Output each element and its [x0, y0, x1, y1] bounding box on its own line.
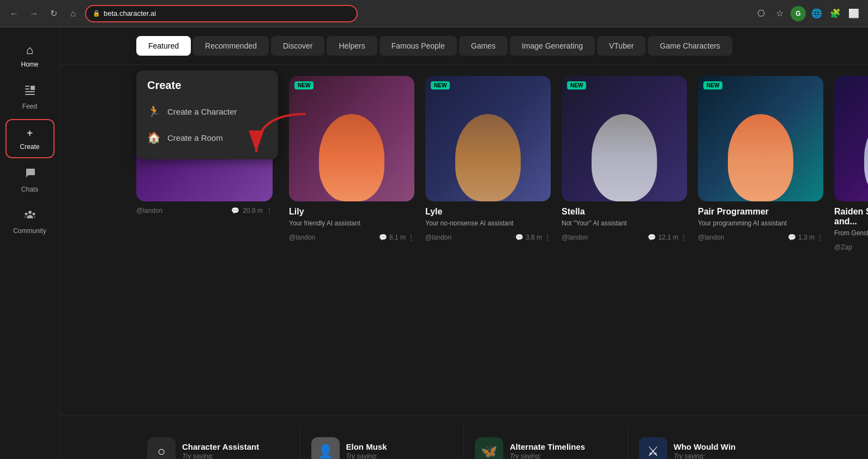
home-button[interactable]: ⌂: [65, 6, 81, 21]
reload-button[interactable]: ↻: [46, 6, 61, 21]
character-card-pair[interactable]: NEW Pair Programmer Your programming AI …: [698, 76, 823, 251]
new-badge: NEW: [431, 81, 450, 90]
sidebar-item-chats[interactable]: Chats: [5, 160, 55, 200]
avatar-raiden: [834, 76, 868, 201]
sidebar-item-feed[interactable]: Feed: [5, 78, 55, 117]
extensions-button[interactable]: 🧩: [828, 6, 843, 21]
create-character-option[interactable]: 🏃 Create a Character: [136, 98, 278, 124]
sidebar: ⌂ Home Feed + Create: [0, 27, 60, 459]
sidebar-label-home: Home: [21, 61, 38, 68]
char-cards-container: NEW Lily Your friendly AI assistant @lan…: [289, 76, 868, 251]
character-card-lily[interactable]: NEW Lily Your friendly AI assistant @lan…: [289, 76, 414, 251]
face-lily: [319, 114, 384, 201]
tab-featured[interactable]: Featured: [136, 36, 191, 56]
suggestion-avatar-elon-musk: 👤: [311, 437, 340, 459]
suggestion-card-elon-musk[interactable]: 👤 Elon Musk Try saying: "If you could go…: [300, 426, 465, 459]
new-badge: NEW: [294, 81, 314, 90]
face-lyle: [455, 114, 521, 201]
create-room-label: Create a Room: [167, 133, 223, 142]
suggestion-card-char-assistant[interactable]: ○ Character Assistant Try saying: "What …: [136, 426, 300, 459]
char-author-pair: @landon: [698, 234, 724, 241]
create-icon: +: [27, 127, 33, 140]
chat-num-pair: 1.3 m: [798, 234, 815, 241]
back-button[interactable]: ←: [7, 6, 22, 21]
char-desc-raiden: From Genshin Impact: [834, 229, 868, 238]
suggestions-section: ○ Character Assistant Try saying: "What …: [60, 415, 868, 459]
suggestion-title-elon-musk: Elon Musk: [346, 442, 387, 451]
character-card-raiden[interactable]: Raiden Shogun and... From Genshin Impact…: [834, 76, 868, 251]
address-bar[interactable]: 🔒 beta.character.ai: [85, 5, 358, 22]
char-desc-stella: Not "Your" AI assistant: [562, 219, 687, 228]
face-stella: [592, 114, 657, 201]
char-meta-lyle: @landon 💬 3.8 m ⋮: [425, 234, 551, 241]
window-button[interactable]: ⬜: [846, 6, 861, 21]
tab-games[interactable]: Games: [459, 36, 508, 56]
sidebar-item-create[interactable]: + Create: [5, 119, 55, 158]
svg-point-6: [25, 213, 27, 216]
create-character-icon: 🏃: [147, 105, 161, 118]
forward-button[interactable]: →: [26, 6, 41, 21]
tab-image-gen[interactable]: Image Generating: [510, 36, 595, 56]
chat-count-stella: 💬 12.1 m ⋮: [648, 234, 687, 241]
suggestion-subtitle-alt-timelines: Try saying:: [510, 452, 585, 459]
chat-num-stella: 12.1 m: [658, 234, 678, 241]
create-room-option[interactable]: 🏠 Create a Room: [136, 124, 278, 151]
lily-partial-more[interactable]: ⋮: [266, 207, 273, 214]
suggestion-title-wrap-who-would-win: Who Would Win Try saying:: [674, 442, 736, 459]
bookmark-button[interactable]: ☆: [772, 6, 787, 21]
sidebar-item-home[interactable]: ⌂ Home: [5, 36, 55, 75]
create-dropdown: Create 🏃 Create a Character 🏠 Create a R…: [136, 70, 278, 159]
avatar-lily: NEW: [289, 76, 414, 201]
suggestion-subtitle-elon-musk: Try saying:: [346, 452, 387, 459]
char-author-text-lily: @landon: [289, 234, 315, 241]
char-author-text-stella: @landon: [562, 234, 588, 241]
tab-helpers[interactable]: Helpers: [327, 36, 377, 56]
tab-game-chars[interactable]: Game Characters: [648, 36, 732, 56]
suggestion-subtitle-char-assistant: Try saying:: [182, 452, 259, 459]
avatar-lyle: NEW: [425, 76, 551, 201]
new-badge: NEW: [567, 81, 586, 90]
sidebar-label-community: Community: [13, 227, 46, 235]
globe-button[interactable]: 🌐: [809, 6, 824, 21]
character-card-stella[interactable]: NEW Stella Not "Your" AI assistant @land…: [562, 76, 687, 251]
tab-vtuber[interactable]: VTuber: [597, 36, 646, 56]
sidebar-item-community[interactable]: Community: [5, 202, 55, 241]
more-btn-pair[interactable]: ⋮: [817, 234, 823, 241]
character-card-lyle[interactable]: NEW Lyle Your no-nonsense AI assistant @…: [425, 76, 551, 251]
sidebar-label-feed: Feed: [22, 103, 37, 110]
tab-recommended[interactable]: Recommended: [193, 36, 269, 56]
browser-chrome: ← → ↻ ⌂ 🔒 beta.character.ai ⎔ ☆ G 🌐 🧩 ⬜: [0, 0, 868, 27]
browser-actions: ⎔ ☆ G 🌐 🧩 ⬜: [754, 6, 861, 21]
share-button[interactable]: ⎔: [754, 6, 769, 21]
chat-icon-lyle: 💬: [515, 234, 523, 241]
sidebar-label-chats: Chats: [21, 186, 38, 193]
chat-icon-stella: 💬: [648, 234, 656, 241]
svg-rect-2: [31, 86, 35, 90]
chat-num-lily: 8.1 m: [389, 234, 406, 241]
suggestion-title-wrap-char-assistant: Character Assistant Try saying:: [182, 442, 259, 459]
chats-icon: [24, 167, 36, 182]
main-content: Featured Recommended Discover Helpers Fa…: [60, 27, 868, 459]
char-author-stella: @landon: [562, 234, 588, 241]
suggestion-avatar-alt-timelines: 🦋: [475, 437, 503, 459]
more-btn-lily[interactable]: ⋮: [408, 234, 414, 241]
lily-partial-author: @landon: [136, 207, 162, 214]
characters-row: @landon 💬 20.8 m ⋮ NEW: [289, 76, 792, 251]
suggestion-card-who-would-win[interactable]: ⚔ Who Would Win Try saying: "Batman vs S…: [628, 426, 792, 459]
more-btn-lyle[interactable]: ⋮: [544, 234, 551, 241]
more-btn-stella[interactable]: ⋮: [680, 234, 687, 241]
suggestion-header-alt-timelines: 🦋 Alternate Timelines Try saying:: [475, 437, 617, 459]
sidebar-label-create: Create: [20, 143, 39, 151]
char-meta-stella: @landon 💬 12.1 m ⋮: [562, 234, 687, 241]
avatar-pair: NEW: [698, 76, 823, 201]
tab-discover[interactable]: Discover: [271, 36, 324, 56]
char-desc-lily: Your friendly AI assistant: [289, 219, 414, 228]
suggestion-card-alt-timelines[interactable]: 🦋 Alternate Timelines Try saying: "Make …: [464, 426, 628, 459]
svg-rect-3: [25, 91, 35, 92]
chat-num-lyle: 3.8 m: [526, 234, 542, 241]
suggestion-header-char-assistant: ○ Character Assistant Try saying:: [147, 437, 289, 459]
face-raiden: [864, 114, 868, 201]
tab-famous[interactable]: Famous People: [379, 36, 457, 56]
home-icon: ⌂: [26, 43, 33, 57]
char-name-raiden: Raiden Shogun and...: [834, 207, 868, 226]
